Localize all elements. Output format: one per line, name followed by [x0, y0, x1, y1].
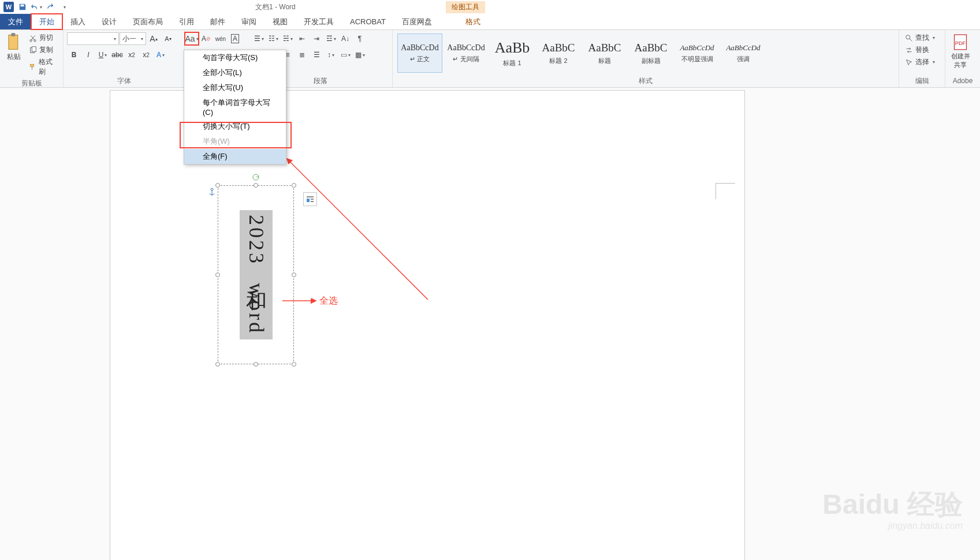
cut-button[interactable]: 剪切 — [27, 32, 59, 43]
change-case-button[interactable]: Aa▾ — [185, 32, 199, 45]
resize-handle[interactable] — [215, 362, 220, 367]
menu-uppercase[interactable]: 全部大写(U) — [184, 80, 286, 95]
tab-review[interactable]: 审阅 — [233, 14, 264, 29]
ribbon-tabs: 文件 开始 插入 设计 页面布局 引用 邮件 审阅 视图 开发工具 ACROBA… — [0, 14, 980, 30]
tab-file[interactable]: 文件 — [0, 14, 31, 29]
borders-icon[interactable]: ▦▾ — [353, 48, 367, 61]
margin-corner-indicator — [716, 183, 735, 199]
tab-home[interactable]: 开始 — [31, 14, 62, 29]
paste-button[interactable]: 粘贴 — [3, 32, 24, 70]
undo-icon[interactable]: ▾ — [30, 1, 43, 13]
decrease-indent-icon[interactable]: ⇤ — [295, 32, 309, 45]
title-bar: W ▾ ▾ 文档1 - Word 绘图工具 — [0, 0, 980, 14]
svg-rect-6 — [31, 64, 34, 66]
style-preview: AaBbC — [588, 42, 621, 54]
style-item[interactable]: AaBbC副标题 — [628, 33, 673, 73]
increase-indent-icon[interactable]: ⇥ — [310, 32, 323, 45]
selected-text-box[interactable]: 2023 和 word — [218, 185, 294, 364]
italic-icon[interactable]: I — [81, 48, 95, 61]
style-preview: AaBbC — [635, 42, 668, 54]
font-size-combo[interactable]: 小一▾ — [120, 32, 146, 45]
superscript-icon[interactable]: x2 — [139, 48, 153, 61]
distributed-icon[interactable]: ☰ — [310, 48, 323, 61]
shading-icon[interactable]: ▭▾ — [338, 48, 352, 61]
tab-view[interactable]: 视图 — [264, 14, 296, 29]
menu-toggle-case[interactable]: 切换大小写(T) — [184, 119, 286, 134]
copy-button[interactable]: 复制 — [27, 44, 59, 55]
word-app-icon[interactable]: W — [2, 1, 15, 13]
text-box-content[interactable]: 2023 和 word — [226, 191, 286, 359]
tab-design[interactable]: 设计 — [94, 14, 125, 29]
clear-formatting-icon[interactable]: A⊘ — [199, 32, 213, 45]
shrink-font-icon[interactable]: A▾ — [161, 32, 175, 45]
bullets-icon[interactable]: ☰▾ — [252, 32, 266, 45]
style-item[interactable]: AaBbCcDd↵ 无间隔 — [444, 33, 489, 73]
font-name-combo[interactable]: ▾ — [67, 32, 119, 45]
style-name: ↵ 正文 — [410, 55, 430, 64]
resize-handle[interactable] — [215, 183, 220, 188]
style-preview: AaBbCcDd — [726, 43, 760, 53]
menu-full-width[interactable]: 全角(F) — [184, 149, 286, 164]
tab-references[interactable]: 引用 — [171, 14, 202, 29]
text-effects-icon[interactable]: A▾ — [154, 48, 167, 61]
show-marks-icon[interactable]: ¶ — [353, 32, 367, 45]
style-item[interactable]: AaBbCcDd强调 — [721, 33, 766, 73]
tab-baidu-netdisk[interactable]: 百度网盘 — [394, 14, 440, 29]
group-styles: AaBbCcDd↵ 正文AaBbCcDd↵ 无间隔AaBb标题 1AaBbC标题… — [393, 30, 899, 87]
style-name: 强调 — [737, 55, 750, 64]
qat-customize-icon[interactable]: ▾ — [58, 1, 70, 13]
sort-icon[interactable]: A↓ — [338, 32, 352, 45]
style-item[interactable]: AaBbC标题 2 — [536, 33, 581, 73]
style-item[interactable]: AaBbC标题 — [582, 33, 627, 73]
format-painter-button[interactable]: 格式刷 — [27, 57, 59, 77]
svg-point-7 — [906, 35, 910, 39]
numbering-icon[interactable]: ☷▾ — [266, 32, 280, 45]
select-button[interactable]: 选择▾ — [903, 57, 937, 68]
menu-capitalize-each-word[interactable]: 每个单词首字母大写(C) — [184, 95, 286, 119]
copy-label: 复制 — [39, 45, 53, 55]
menu-half-width: 半角(W) — [184, 134, 286, 149]
redo-icon[interactable] — [44, 1, 57, 13]
tab-format[interactable]: 格式 — [457, 14, 489, 29]
style-preview: AaBbCcDd — [401, 43, 438, 53]
document-area[interactable]: 2023 和 word 全选 Baidu 经验 jingyan.baidu.co… — [0, 88, 980, 560]
line-spacing-icon[interactable]: ↕▾ — [324, 48, 338, 61]
menu-sentence-case[interactable]: 句首字母大写(S) — [184, 50, 286, 65]
style-preview: AaBbCcDd — [447, 43, 485, 53]
find-button[interactable]: 查找▾ — [903, 32, 937, 43]
tab-layout[interactable]: 页面布局 — [125, 14, 171, 29]
resize-handle[interactable] — [254, 183, 258, 188]
create-share-pdf-button[interactable]: PDF 创建并共享 — [949, 32, 972, 70]
styles-gallery[interactable]: AaBbCcDd↵ 正文AaBbCcDd↵ 无间隔AaBb标题 1AaBbC标题… — [396, 32, 895, 75]
subscript-icon[interactable]: x2 — [125, 48, 139, 61]
resize-handle[interactable] — [254, 362, 258, 367]
phonetic-guide-icon[interactable]: wén — [214, 32, 228, 45]
bold-icon[interactable]: B — [67, 48, 81, 61]
style-item[interactable]: AaBbCcDd↵ 正文 — [397, 33, 442, 73]
asian-layout-icon[interactable]: ☲▾ — [324, 32, 338, 45]
tab-developer[interactable]: 开发工具 — [296, 14, 342, 29]
style-item[interactable]: AaBbCcDd不明显强调 — [675, 33, 720, 73]
tab-acrobat[interactable]: ACROBAT — [342, 14, 394, 29]
tab-insert[interactable]: 插入 — [62, 14, 94, 29]
multilevel-list-icon[interactable]: ☵▾ — [281, 32, 295, 45]
strikethrough-icon[interactable]: abc — [110, 48, 124, 61]
tab-mailings[interactable]: 邮件 — [202, 14, 233, 29]
resize-handle[interactable] — [292, 362, 296, 367]
svg-rect-1 — [12, 33, 16, 36]
group-clipboard: 粘贴 剪切 复制 格式刷 剪贴板 — [0, 30, 64, 87]
rotate-handle-icon[interactable] — [251, 173, 260, 182]
menu-lowercase[interactable]: 全部小写(L) — [184, 65, 286, 80]
underline-icon[interactable]: U▾ — [96, 48, 110, 61]
quick-access-toolbar: W ▾ ▾ — [0, 1, 70, 13]
resize-handle[interactable] — [215, 272, 220, 277]
grow-font-icon[interactable]: A▴ — [147, 32, 161, 45]
character-border-icon[interactable]: A — [228, 32, 242, 45]
save-icon[interactable] — [16, 1, 29, 13]
style-item[interactable]: AaBb标题 1 — [490, 33, 535, 73]
styles-group-label: 样式 — [396, 75, 895, 86]
justify-icon[interactable]: ≣ — [295, 48, 309, 61]
replace-button[interactable]: 替换 — [903, 44, 937, 55]
group-editing: 查找▾ 替换 选择▾ 编辑 — [899, 30, 945, 87]
watermark: Baidu 经验 jingyan.baidu.com — [822, 486, 963, 531]
